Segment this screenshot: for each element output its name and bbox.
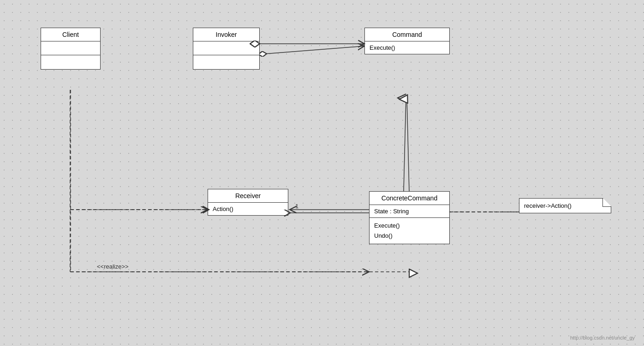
command-class-name: Command xyxy=(365,28,449,41)
command-execute: Execute() xyxy=(365,41,449,54)
concrete-command-methods: Execute()Undo() xyxy=(370,218,449,244)
svg-text:1: 1 xyxy=(295,203,298,210)
client-class: Client xyxy=(41,28,101,70)
invoker-class-name: Invoker xyxy=(193,28,259,41)
client-class-name: Client xyxy=(41,28,100,41)
invoker-class: Invoker xyxy=(193,28,260,70)
svg-text:<<realize>>: <<realize>> xyxy=(97,263,129,270)
watermark: http://blog.csdn.net/uncle_gy xyxy=(570,335,635,340)
invoker-section-1 xyxy=(193,41,259,55)
concrete-command-state: State : String xyxy=(370,205,449,218)
svg-line-2 xyxy=(258,46,364,54)
invoker-section-2 xyxy=(193,55,259,69)
svg-line-14 xyxy=(407,99,409,191)
note-text: receiver->Action() xyxy=(524,202,572,209)
receiver-class-name: Receiver xyxy=(208,189,288,203)
client-section-1 xyxy=(41,41,100,55)
concrete-command-class-name: ConcreteCommand xyxy=(370,192,449,205)
receiver-action: Action() xyxy=(208,203,288,215)
client-section-2 xyxy=(41,55,100,69)
svg-line-3 xyxy=(404,98,406,191)
command-class: Command Execute() xyxy=(364,28,450,54)
note-box: receiver->Action() xyxy=(519,198,611,213)
concrete-command-class: ConcreteCommand State : String Execute()… xyxy=(369,191,450,244)
receiver-class: Receiver Action() xyxy=(208,189,288,216)
